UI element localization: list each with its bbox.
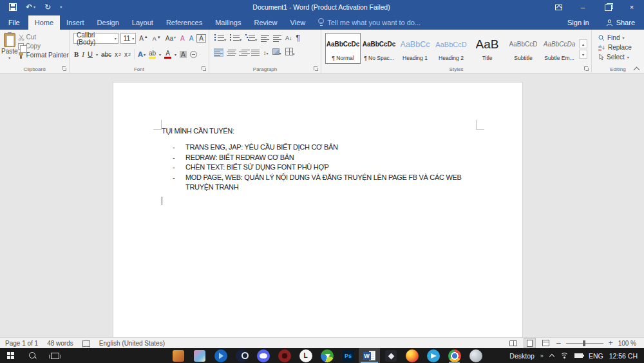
replace-button[interactable]: abac Replace	[598, 44, 643, 51]
paste-button[interactable]: Paste ▾	[1, 32, 18, 64]
tab-layout[interactable]: Layout	[126, 15, 160, 30]
save-icon[interactable]	[9, 3, 17, 11]
taskbar-app-game-2[interactable]	[189, 348, 210, 363]
taskbar-app-steam[interactable]	[231, 348, 252, 363]
phonetic-guide-button[interactable]: A	[179, 34, 186, 43]
shrink-font-button[interactable]: A▼	[151, 35, 162, 43]
toolbar-overflow-icon[interactable]: »	[540, 353, 544, 359]
zoom-slider-thumb[interactable]	[583, 340, 585, 346]
enclose-circle-button[interactable]	[190, 51, 197, 58]
grow-font-button[interactable]: A▲	[138, 34, 149, 43]
style-subtle-emphasis[interactable]: AaBbCcDa Subtle Em...	[542, 33, 577, 64]
tab-references[interactable]: References	[160, 15, 209, 30]
minimize-button[interactable]: –	[571, 0, 595, 14]
style-heading-1[interactable]: AaBbCc Heading 1	[397, 33, 433, 64]
zoom-in-button[interactable]: +	[609, 338, 613, 348]
styles-scroll-up-button[interactable]: ▴	[579, 39, 587, 48]
styles-more-button[interactable]: ▾	[579, 50, 587, 59]
restore-button[interactable]	[595, 0, 620, 14]
bold-button[interactable]: B	[74, 50, 79, 58]
sign-in-link[interactable]: Sign in	[560, 15, 597, 30]
font-name-combo[interactable]: Calibri (Body)▾	[73, 33, 118, 44]
print-layout-button[interactable]	[524, 338, 535, 348]
taskbar-app-game-3[interactable]	[380, 348, 401, 363]
share-button[interactable]: Share	[597, 15, 644, 30]
character-shading-button[interactable]: A	[180, 51, 187, 58]
clock[interactable]: 12:56 CH	[609, 352, 638, 360]
character-border-button[interactable]: A	[196, 34, 206, 43]
collapse-ribbon-button[interactable]	[634, 67, 640, 71]
wifi-icon[interactable]	[560, 353, 569, 359]
redo-button[interactable]: ↻	[44, 0, 51, 14]
undo-button[interactable]: ↶▾	[26, 0, 35, 14]
tab-review[interactable]: Review	[248, 15, 284, 30]
tab-insert[interactable]: Insert	[60, 15, 91, 30]
tab-mailings[interactable]: Mailings	[209, 15, 247, 30]
superscript-button[interactable]: x2	[124, 51, 131, 58]
taskbar-app-firefox[interactable]	[401, 348, 422, 363]
change-case-button[interactable]: Aa▾	[164, 34, 177, 43]
format-painter-button[interactable]: Format Painter	[18, 52, 69, 59]
copy-button[interactable]: Copy	[18, 43, 69, 50]
style-heading-2[interactable]: AaBbCcD Heading 2	[433, 33, 469, 64]
taskbar-app-discord[interactable]	[252, 348, 274, 363]
enclose-characters-button[interactable]: A	[188, 34, 195, 43]
page-indicator[interactable]: Page 1 of 1	[5, 340, 38, 347]
font-dialog-launcher[interactable]	[202, 66, 207, 72]
taskbar-app-misc[interactable]	[465, 348, 486, 363]
document-page[interactable]: TỤI MÌNH CẦN TUYỂN: -TRANS ENG, JAP: YÊU…	[113, 82, 523, 337]
borders-button[interactable]: ▾	[285, 48, 295, 57]
zoom-level[interactable]: 100 %	[618, 340, 636, 347]
proofing-icon[interactable]	[82, 340, 90, 346]
highlight-color-button[interactable]: ab	[149, 50, 156, 59]
start-button[interactable]	[0, 348, 22, 363]
task-view-button[interactable]	[44, 348, 66, 363]
style-normal[interactable]: AaBbCcDc ¶ Normal	[325, 33, 361, 64]
bullets-button[interactable]: ▾	[214, 34, 226, 43]
styles-dialog-launcher[interactable]	[584, 66, 589, 72]
customize-qat-button[interactable]: ▾	[60, 0, 62, 14]
taskbar-app-telegram[interactable]	[422, 348, 444, 363]
taskbar-app-lightshot[interactable]: L	[295, 348, 316, 363]
multilevel-list-button[interactable]: ▾	[245, 34, 257, 43]
tab-design[interactable]: Design	[91, 15, 126, 30]
desktop-toolbar[interactable]: Desktop	[509, 352, 535, 360]
zoom-out-button[interactable]: –	[556, 338, 561, 348]
align-right-button[interactable]	[239, 49, 247, 56]
paragraph-dialog-launcher[interactable]	[314, 66, 319, 72]
justify-button[interactable]	[251, 49, 260, 56]
taskbar-app-chrome[interactable]	[444, 348, 465, 363]
taskbar-app-game-1[interactable]	[167, 348, 189, 363]
taskbar-app-media[interactable]	[210, 348, 231, 363]
find-button[interactable]: Find▾	[598, 34, 643, 41]
show-hide-marks-button[interactable]: ¶	[296, 34, 300, 43]
taskbar-app-word[interactable]: W	[359, 348, 380, 363]
clipboard-dialog-launcher[interactable]	[62, 66, 67, 72]
taskbar-search-button[interactable]	[22, 348, 44, 363]
style-no-spacing[interactable]: AaBbCcDc ¶ No Spac...	[361, 33, 397, 64]
battery-icon[interactable]	[574, 353, 583, 358]
language-badge[interactable]: ENG	[589, 352, 603, 360]
tab-file[interactable]: File	[0, 15, 28, 30]
decrease-indent-button[interactable]	[261, 35, 269, 42]
language-indicator[interactable]: English (United States)	[99, 340, 165, 347]
show-hidden-icons-button[interactable]	[549, 354, 554, 357]
tell-me-box[interactable]: Tell me what you want to do...	[312, 15, 427, 30]
style-title[interactable]: AaB Title	[469, 33, 505, 64]
align-center-button[interactable]	[227, 49, 235, 56]
numbering-button[interactable]: ▾	[230, 34, 242, 43]
cut-button[interactable]: Cut	[18, 34, 69, 41]
text-effects-button[interactable]: A▾	[138, 50, 146, 58]
web-layout-button[interactable]	[540, 338, 551, 348]
close-button[interactable]: ×	[620, 0, 644, 14]
word-count[interactable]: 48 words	[47, 340, 73, 347]
font-color-button[interactable]: A	[164, 50, 171, 59]
tab-home[interactable]: Home	[28, 15, 60, 30]
ribbon-display-options-button[interactable]	[546, 0, 571, 14]
read-mode-button[interactable]	[508, 338, 519, 348]
taskbar-app-photoshop[interactable]: Ps	[337, 348, 359, 363]
subscript-button[interactable]: x2	[115, 51, 121, 58]
line-spacing-button[interactable]: ↕▾	[263, 48, 269, 56]
italic-button[interactable]: I	[82, 50, 84, 58]
increase-indent-button[interactable]	[273, 35, 281, 42]
